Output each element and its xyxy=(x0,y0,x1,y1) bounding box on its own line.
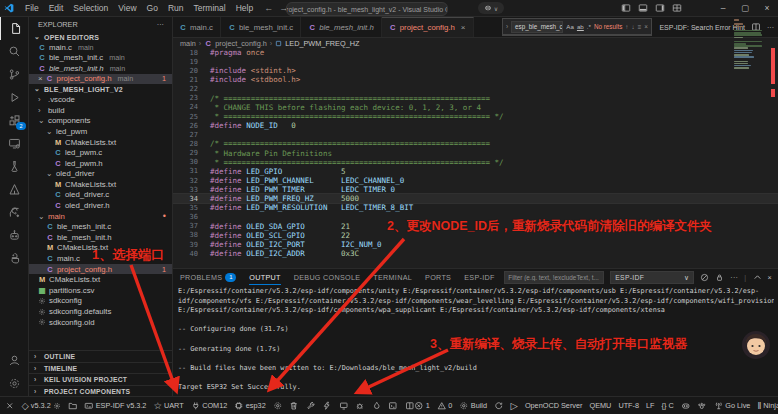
find-previous-icon[interactable]: ↑ xyxy=(625,23,628,30)
panel-tab-ports[interactable]: PORTS xyxy=(425,269,451,285)
status-flash-device[interactable] xyxy=(322,401,332,411)
code-line-25[interactable]: 25 * ===================================… xyxy=(172,112,778,121)
status-idf-terminal[interactable] xyxy=(388,401,398,411)
tree-item-project_config.h[interactable]: Cproject_config.h1 xyxy=(28,264,172,275)
find-close-icon[interactable]: × xyxy=(644,23,648,30)
tree-item-sdkconfig.old[interactable]: sdkconfig.old xyxy=(28,317,172,328)
status-full-clean[interactable] xyxy=(289,401,299,411)
status-openocd-server[interactable]: OpenOCD Server xyxy=(525,401,583,410)
toggle-primary-sidebar-icon[interactable] xyxy=(621,3,631,13)
maximize-panel-icon[interactable] xyxy=(753,273,762,282)
code-line-30[interactable]: 30 * ===================================… xyxy=(172,158,778,167)
status-language-mode[interactable]: {} C xyxy=(662,401,674,410)
activity-extensions[interactable]: 2 xyxy=(0,109,28,132)
tree-item-oled_driver[interactable]: ⌄oled_driver xyxy=(28,169,172,180)
user-avatar[interactable] xyxy=(741,330,771,360)
code-line-40[interactable]: 40#define OLED_I2C_ADDR 0x3C xyxy=(172,249,778,258)
panel-tab-debug-console[interactable]: DEBUG CONSOLE xyxy=(294,269,361,285)
status-eol[interactable]: LF xyxy=(646,401,655,410)
menu-terminal[interactable]: Terminal xyxy=(189,3,231,13)
status-cmake-generator[interactable]: ‖Ninja xyxy=(757,400,778,411)
status-espidf-version[interactable]: ◇v5.3.2 xyxy=(22,400,61,411)
code-line-32[interactable]: 32#define LED_PWM_CHANNEL LEDC_CHANNEL_0 xyxy=(172,176,778,185)
toggle-panel-icon[interactable] xyxy=(638,3,648,13)
code-line-28[interactable]: 28/* ===================================… xyxy=(172,139,778,148)
activity-accounts[interactable] xyxy=(0,349,28,372)
code-line-31[interactable]: 31#define LED_GPIO 5 xyxy=(172,167,778,176)
open-editor-project_config.h[interactable]: ×Cproject_config.hmain1 xyxy=(28,74,172,84)
activity-run-debug[interactable] xyxy=(0,86,28,109)
close-panel-icon[interactable]: × xyxy=(768,273,773,282)
back-icon[interactable]: ← xyxy=(264,3,273,13)
open-editor-main.c[interactable]: Cmain.cmain xyxy=(28,42,172,52)
output-filter-input[interactable] xyxy=(504,271,604,284)
status-encoding[interactable]: UTF-8 xyxy=(618,401,639,410)
section-keil-uvision-project[interactable]: ›KEIL UVISION PROJECT xyxy=(28,373,172,385)
panel-tab-esp-idf[interactable]: ESP-IDF xyxy=(464,269,494,285)
match-case-toggle[interactable]: Aa xyxy=(566,23,574,30)
activity-explorer[interactable] xyxy=(0,17,29,40)
activity-testing[interactable] xyxy=(0,155,28,178)
activity-source-control[interactable] xyxy=(0,63,28,86)
status-serial-port[interactable]: COM12 xyxy=(191,401,228,411)
tab-project_config.h[interactable]: Cproject_config.h× xyxy=(382,17,474,37)
minimize-button[interactable]: – xyxy=(712,0,734,16)
status-monitor-device[interactable] xyxy=(339,401,349,411)
activity-python[interactable] xyxy=(0,247,28,270)
status-cmake-sync[interactable] xyxy=(494,401,504,411)
find-input[interactable]: esp_ble_mesh_cfg_srv_t xyxy=(511,21,563,33)
activity-manage[interactable] xyxy=(0,372,28,395)
tree-item-led_pwm.h[interactable]: Cled_pwm.h xyxy=(28,158,172,169)
regex-toggle[interactable]: .* xyxy=(587,23,591,30)
tree-item-sdkconfig.defaults[interactable]: sdkconfig.defaults xyxy=(28,306,172,317)
close-button[interactable]: × xyxy=(756,0,778,16)
status-debug[interactable] xyxy=(355,401,365,411)
copilot-menu[interactable]: ∨ xyxy=(478,2,504,14)
status-open-folder[interactable] xyxy=(68,401,78,411)
minimap[interactable] xyxy=(734,19,764,149)
code-line-20[interactable]: 20#include <stdint.h> xyxy=(172,66,778,75)
status-extension-status[interactable] xyxy=(697,401,707,411)
menu-help[interactable]: Help xyxy=(231,3,258,13)
status-custom-task[interactable] xyxy=(405,401,415,411)
code-line-22[interactable]: 22 xyxy=(172,85,778,94)
activity-esp-idf[interactable] xyxy=(0,201,28,224)
panel-tab-terminal[interactable]: TERMINAL xyxy=(373,269,412,285)
code-line-34[interactable]: 34#define LED_PWM_FREQ_HZ 5000 xyxy=(172,194,778,203)
find-next-icon[interactable]: ↓ xyxy=(631,23,634,30)
status-cmake-run[interactable]: ▷ xyxy=(511,400,518,411)
customize-layout-icon[interactable] xyxy=(672,3,682,13)
close-tab-icon[interactable]: × xyxy=(461,23,466,32)
panel-tab-output[interactable]: OUTPUT xyxy=(249,269,280,285)
status-qemu[interactable]: QEMU xyxy=(589,401,611,410)
breadcrumb-symbol[interactable]: LED_PWM_FREQ_HZ xyxy=(285,39,359,48)
workspace-root[interactable]: ⌄ BLE_MESH_LIGHT_V2 xyxy=(28,84,172,94)
activity-search[interactable] xyxy=(0,40,28,63)
status-go-live[interactable]: Go Live xyxy=(714,401,751,411)
menu-selection[interactable]: Selection xyxy=(68,3,113,13)
maximize-button[interactable]: ▢ xyxy=(734,0,756,16)
open-editors-section[interactable]: ⌄ OPEN EDITORS xyxy=(28,32,172,42)
code-line-26[interactable]: 26#define NODE_ID 0 xyxy=(172,121,778,130)
status-device-target[interactable]: esp32 xyxy=(234,401,265,411)
code-line-23[interactable]: 23/* ===================================… xyxy=(172,94,778,103)
tree-item-led_pwm[interactable]: ⌄led_pwm xyxy=(28,126,172,137)
tree-item-CMakeLists.txt[interactable]: MCMakeLists.txt xyxy=(28,179,172,190)
status-sdk-config[interactable] xyxy=(273,401,283,411)
tab-ble_mesh_init.h[interactable]: Cble_mesh_init.h xyxy=(301,17,382,37)
tree-item-components[interactable]: ⌄components xyxy=(28,116,172,127)
tree-item-build[interactable]: ›build xyxy=(28,105,172,116)
tree-item-ble_mesh_init.h[interactable]: Cble_mesh_init.h xyxy=(28,232,172,243)
activity-cmake[interactable] xyxy=(0,178,28,201)
tree-item-.vscode[interactable]: ›.vscode xyxy=(28,94,172,105)
status-problems-errors[interactable]: 1 xyxy=(414,401,430,411)
close-editor-icon[interactable]: × xyxy=(38,74,43,83)
tree-item-oled_driver.c[interactable]: Coled_driver.c xyxy=(28,190,172,201)
code-line-33[interactable]: 33#define LED_PWM_TIMER LEDC_TIMER_0 xyxy=(172,185,778,194)
breadcrumb-folder[interactable]: main xyxy=(180,39,196,48)
tree-item-CMakeLists.txt[interactable]: MCMakeLists.txt xyxy=(28,274,172,285)
section-outline[interactable]: ›OUTLINE xyxy=(28,350,172,362)
menu-go[interactable]: Go xyxy=(142,3,163,13)
code-line-24[interactable]: 24 * CHANGE THIS before flashing each de… xyxy=(172,103,778,112)
tab-ble_mesh_init.c[interactable]: Cble_mesh_init.c xyxy=(221,17,301,37)
